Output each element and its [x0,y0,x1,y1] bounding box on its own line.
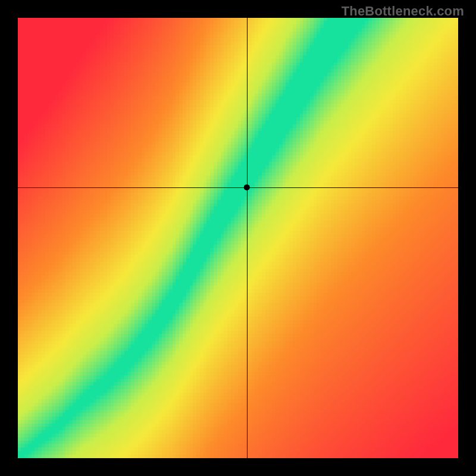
bottleneck-heatmap [18,18,458,458]
watermark: TheBottleneck.com [342,4,464,19]
chart-frame: TheBottleneck.com [0,0,476,476]
